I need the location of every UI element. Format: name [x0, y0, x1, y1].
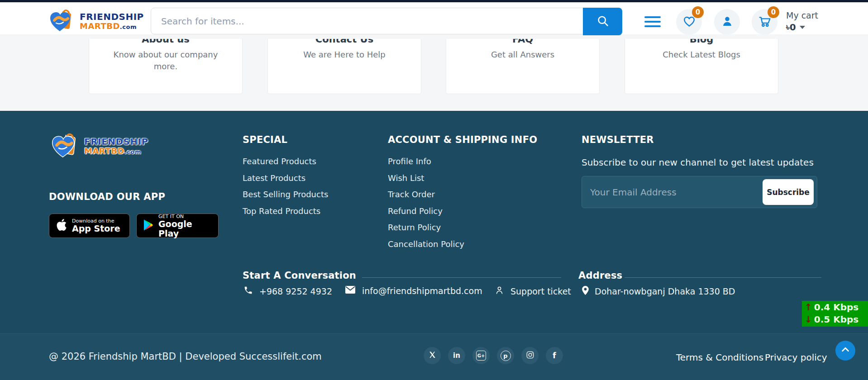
column-heading: NEWSLETTER [582, 134, 817, 145]
support-ticket-link[interactable]: Support ticket [495, 285, 571, 297]
upload-speed: 0.4 Kbps [814, 301, 858, 314]
logo-mark-icon [47, 7, 75, 37]
google-play-icon [143, 219, 154, 233]
logo-text: FRIENDSHIP MARTBD.com [80, 12, 144, 32]
scroll-to-top-button[interactable] [835, 341, 855, 361]
cart-count-badge: 0 [768, 6, 779, 18]
copyright-text: @ 2026 Friendship MartBD | Developed Suc… [49, 351, 322, 362]
instagram-icon [526, 351, 534, 361]
google-plus-icon: G+ [476, 351, 486, 361]
column-heading: SPECIAL [243, 134, 328, 145]
pinterest-link[interactable]: p [497, 347, 514, 364]
wishlist-button[interactable]: 0 [676, 9, 702, 35]
site-logo[interactable]: FRIENDSHIP MARTBD.com [47, 7, 144, 36]
chevron-down-icon [800, 26, 805, 29]
pinterest-icon: p [501, 351, 511, 361]
my-cart-dropdown[interactable]: My cart ৳0 [786, 10, 818, 33]
link-featured-products[interactable]: Featured Products [243, 153, 328, 170]
terms-link[interactable]: Terms & Conditions [676, 352, 763, 363]
social-links: in G+ p f [424, 347, 563, 364]
badge-main-text: Google Play [158, 219, 212, 238]
google-play-badge[interactable]: GET IT ON Google Play [136, 214, 219, 238]
card-subtitle: Check Latest Blogs [645, 49, 758, 61]
wishlist-count-badge: 0 [692, 6, 704, 18]
footer-column-account: ACCOUNT & SHIPPING INFO Profile Info Wis… [388, 134, 537, 252]
x-icon [429, 351, 436, 361]
divider [625, 277, 821, 278]
phone-icon [243, 285, 253, 297]
page: About us Know about our company more. Co… [0, 0, 868, 380]
address-text: Dohar-nowbganj Dhaka 1330 BD [595, 286, 735, 296]
newsletter-form: Subscribe [582, 176, 817, 208]
support-person-icon [495, 285, 504, 297]
link-track-order[interactable]: Track Order [388, 186, 537, 203]
search-input[interactable] [151, 8, 621, 34]
link-best-selling-products[interactable]: Best Selling Products [243, 186, 328, 203]
search-button[interactable] [583, 8, 622, 35]
link-top-rated-products[interactable]: Top Rated Products [243, 203, 328, 220]
logo-line1: FRIENDSHIP [80, 12, 144, 22]
badge-top-text: GET IT ON [158, 214, 212, 219]
newsletter-subtitle: Subscribe to our new channel to get late… [582, 157, 817, 168]
app-store-badge[interactable]: Download on the App Store [49, 214, 130, 238]
conversation-heading: Start A Conversation [243, 270, 356, 281]
footer-column-newsletter: NEWSLETTER Subscribe to our new channel … [582, 134, 817, 208]
email-link[interactable]: info@friendshipmartbd.com [345, 285, 482, 296]
chevron-up-icon [840, 345, 850, 356]
header: FRIENDSHIP MARTBD.com [0, 2, 868, 34]
link-return-policy[interactable]: Return Policy [388, 219, 537, 236]
logo-text: FRIENDSHIP MARTBD.com [84, 137, 148, 157]
link-refund-policy[interactable]: Refund Policy [388, 203, 537, 220]
address-heading: Address [578, 270, 622, 281]
linkedin-icon: in [453, 352, 460, 360]
footer-logo[interactable]: FRIENDSHIP MARTBD.com [49, 131, 148, 162]
instagram-link[interactable] [521, 347, 539, 364]
location-pin-icon [582, 285, 589, 297]
google-plus-link[interactable]: G+ [472, 347, 490, 364]
twitter-x-link[interactable] [424, 347, 441, 364]
badge-main-text: App Store [72, 224, 120, 233]
apple-icon [56, 218, 67, 233]
menu-icon[interactable] [644, 16, 661, 27]
download-speed: 0.5 Kbps [814, 314, 858, 326]
footer: FRIENDSHIP MARTBD.com DOWNLOAD OUR APP D… [0, 111, 868, 333]
email-address: info@friendshipmartbd.com [362, 286, 482, 296]
my-cart-label: My cart [786, 10, 818, 20]
link-profile-info[interactable]: Profile Info [388, 153, 537, 170]
footer-column-special: SPECIAL Featured Products Latest Product… [243, 134, 328, 219]
logo-mark-icon [49, 130, 80, 163]
account-button[interactable] [714, 9, 740, 35]
phone-number: +968 9252 4932 [259, 286, 332, 296]
facebook-icon: f [553, 351, 556, 360]
column-heading: ACCOUNT & SHIPPING INFO [388, 134, 537, 145]
card-subtitle: We are Here to Help [288, 49, 401, 61]
logo-line2: MARTBD.com [84, 147, 148, 157]
top-strip [0, 0, 868, 2]
link-cancellation-policy[interactable]: Cancellation Policy [388, 236, 537, 253]
card-subtitle: Know about our company more. [109, 49, 222, 72]
cart-total: ৳0 [786, 22, 796, 33]
link-wish-list[interactable]: Wish List [388, 170, 537, 187]
logo-line1: FRIENDSHIP [84, 137, 148, 147]
divider [362, 277, 561, 278]
card-subtitle: Get all Answers [466, 49, 579, 61]
address-row: Dohar-nowbganj Dhaka 1330 BD [582, 285, 735, 297]
network-speed-overlay: ↑0.4 Kbps ↓0.5 Kbps [802, 301, 868, 327]
upload-arrow-icon: ↑ [805, 301, 812, 314]
download-app-heading: DOWNLOAD OUR APP [49, 191, 165, 202]
privacy-policy-link[interactable]: Privacy policy [765, 352, 827, 363]
phone-link[interactable]: +968 9252 4932 [243, 285, 332, 297]
linkedin-link[interactable]: in [448, 347, 465, 364]
link-latest-products[interactable]: Latest Products [243, 170, 328, 187]
support-label: Support ticket [510, 286, 571, 296]
search-icon [596, 14, 609, 28]
subscribe-button[interactable]: Subscribe [763, 179, 814, 205]
download-arrow-icon: ↓ [805, 314, 812, 326]
user-icon [720, 14, 734, 30]
facebook-link[interactable]: f [546, 347, 563, 364]
logo-line2: MARTBD.com [80, 22, 144, 32]
cart-button[interactable]: 0 [752, 9, 777, 35]
envelope-icon [345, 285, 356, 296]
search-bar [151, 8, 622, 35]
